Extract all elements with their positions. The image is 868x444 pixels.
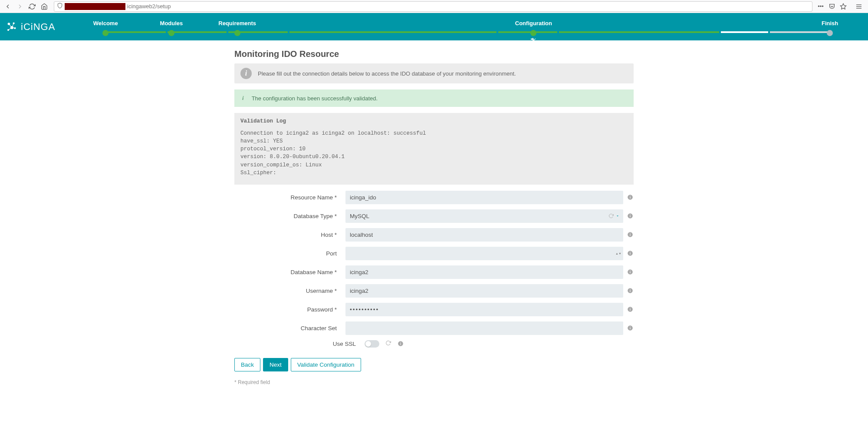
- forward-nav-icon[interactable]: [15, 1, 25, 12]
- svg-rect-20: [630, 234, 630, 236]
- svg-rect-38: [400, 343, 401, 345]
- password-input[interactable]: [345, 303, 623, 316]
- info-icon[interactable]: [627, 268, 634, 275]
- track-seg: [106, 31, 165, 33]
- shield-icon: [57, 3, 63, 10]
- validate-button[interactable]: Validate Configuration: [291, 358, 361, 371]
- database-type-select[interactable]: [345, 209, 623, 223]
- row-database-type: Database Type *: [234, 209, 634, 223]
- step-dot-icon: [168, 30, 174, 36]
- svg-point-33: [630, 308, 631, 309]
- browser-right-icons: •••: [817, 3, 865, 10]
- row-character-set: Character Set: [234, 321, 634, 335]
- step-spacer: [270, 17, 501, 36]
- info-icon[interactable]: [627, 325, 634, 331]
- wizard-header: iCiNGA Welcome Modules Requirements Conf…: [0, 13, 868, 40]
- step-label: Requirements: [218, 20, 256, 27]
- svg-rect-35: [630, 328, 630, 329]
- svg-point-21: [630, 233, 631, 234]
- url-host-redacted: [65, 3, 125, 10]
- info-icon[interactable]: [627, 212, 634, 219]
- host-input[interactable]: [345, 228, 623, 242]
- svg-rect-26: [630, 272, 630, 273]
- track-seg: [289, 31, 496, 33]
- log-body: Connection to icinga2 as icinga2 on loca…: [240, 129, 628, 177]
- info-text: Please fill out the connection details b…: [258, 70, 516, 77]
- step-requirements[interactable]: Requirements: [204, 17, 270, 36]
- required-note: * Required field: [234, 379, 634, 385]
- row-host: Host *: [234, 228, 634, 242]
- row-resource-name: Resource Name *: [234, 191, 634, 204]
- info-icon[interactable]: [627, 287, 634, 294]
- track-seg: [770, 31, 829, 33]
- svg-rect-17: [630, 215, 630, 217]
- label-database-type: Database Type *: [234, 213, 345, 219]
- info-icon[interactable]: [627, 231, 634, 238]
- step-modules[interactable]: Modules: [138, 17, 204, 36]
- home-icon[interactable]: [39, 1, 49, 12]
- svg-point-18: [630, 215, 631, 215]
- step-configuration[interactable]: Configuration: [501, 17, 567, 36]
- info-icon[interactable]: [627, 306, 634, 313]
- step-spacer2: [566, 17, 797, 36]
- svg-marker-0: [840, 3, 846, 9]
- svg-point-27: [630, 271, 631, 272]
- reload-icon[interactable]: [27, 1, 37, 12]
- track-seg: [721, 31, 768, 33]
- row-use-ssl: Use SSL: [234, 340, 634, 348]
- database-name-input[interactable]: [345, 265, 623, 279]
- info-icon[interactable]: [627, 194, 634, 201]
- row-port: Port ▲▼: [234, 247, 634, 260]
- back-button[interactable]: Back: [234, 358, 260, 371]
- pocket-icon[interactable]: [828, 3, 836, 10]
- svg-rect-23: [630, 253, 630, 255]
- page-title: Monitoring IDO Resource: [234, 49, 634, 59]
- svg-line-9: [9, 24, 12, 27]
- menu-icon[interactable]: [855, 3, 863, 10]
- url-path: icingaweb2/setup: [127, 3, 171, 10]
- svg-rect-32: [630, 309, 630, 311]
- step-current-icon: [530, 36, 537, 44]
- character-set-input[interactable]: [345, 321, 623, 335]
- info-icon[interactable]: [627, 250, 634, 257]
- label-password: Password *: [234, 306, 345, 313]
- step-dot-icon: [827, 30, 833, 36]
- info-icon[interactable]: [397, 340, 404, 347]
- more-icon[interactable]: •••: [817, 3, 825, 10]
- back-nav-icon[interactable]: [3, 1, 13, 12]
- icinga-logo: iCiNGA: [5, 21, 55, 33]
- track-seg: [559, 31, 719, 33]
- content: Monitoring IDO Resource i Please fill ou…: [226, 40, 642, 403]
- step-label: Configuration: [515, 20, 552, 27]
- label-use-ssl: Use SSL: [234, 341, 365, 347]
- track-seg: [498, 31, 557, 33]
- step-label: Modules: [160, 20, 183, 27]
- step-dot-icon: [102, 30, 108, 36]
- use-ssl-toggle[interactable]: [365, 340, 379, 348]
- star-icon[interactable]: [839, 3, 847, 10]
- label-database-name: Database Name *: [234, 269, 345, 275]
- wizard-steps: Welcome Modules Requirements Configurati…: [72, 17, 863, 36]
- number-spinner-icon[interactable]: ▲▼: [615, 252, 621, 255]
- username-input[interactable]: [345, 284, 623, 298]
- svg-point-15: [630, 196, 631, 197]
- svg-rect-14: [630, 197, 630, 199]
- row-database-name: Database Name *: [234, 265, 634, 279]
- svg-point-36: [630, 327, 631, 328]
- step-dot-icon: [234, 30, 240, 36]
- resource-name-input[interactable]: [345, 191, 623, 204]
- row-username: Username *: [234, 284, 634, 298]
- row-password: Password *: [234, 303, 634, 316]
- browser-toolbar: icingaweb2/setup •••: [0, 0, 868, 13]
- info-box: i Please fill out the connection details…: [234, 63, 634, 83]
- url-bar[interactable]: icingaweb2/setup: [54, 1, 812, 12]
- svg-point-24: [630, 252, 631, 253]
- step-label: Welcome: [93, 20, 118, 27]
- refresh-icon[interactable]: [385, 340, 391, 347]
- svg-point-5: [13, 22, 15, 24]
- svg-point-39: [400, 342, 401, 343]
- next-button[interactable]: Next: [263, 358, 288, 371]
- step-dot-icon: [530, 30, 536, 36]
- step-welcome[interactable]: Welcome: [72, 17, 138, 36]
- port-input[interactable]: [345, 247, 623, 260]
